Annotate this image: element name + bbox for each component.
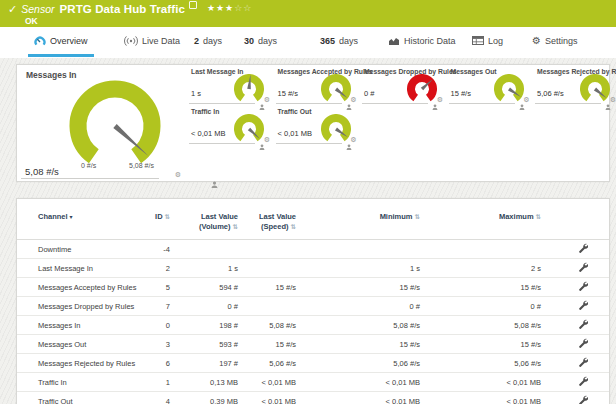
- cell-channel[interactable]: Messages Dropped by Rules: [17, 302, 153, 311]
- gauge-footer-divider: [449, 103, 515, 104]
- channel-settings-wrench-icon[interactable]: [578, 281, 588, 293]
- cell-channel[interactable]: Traffic Out: [17, 397, 153, 404]
- gauge-footer-divider: [189, 143, 255, 144]
- channel-settings-wrench-icon[interactable]: [578, 376, 588, 388]
- gauge-title: Messages Out: [451, 68, 497, 75]
- table-row: Downtime-4: [17, 240, 609, 259]
- priority-stars[interactable]: ★★★☆☆: [207, 3, 252, 13]
- gauge-value: 15 #/s: [451, 89, 471, 98]
- gear-icon[interactable]: ⚙: [350, 137, 356, 144]
- channel-settings-wrench-icon[interactable]: [578, 262, 588, 274]
- cell-tools: [541, 262, 609, 274]
- cell-channel[interactable]: Traffic In: [17, 378, 153, 387]
- table-row: Messages Accepted by Rules5594 #15 #/s15…: [17, 278, 609, 297]
- channel-table-panel: Channel▾ID⇅Last Value(Volume)⇅Last Value…: [16, 198, 610, 404]
- column-header-max[interactable]: Maximum⇅: [420, 212, 541, 221]
- gauge-card-last-message-in[interactable]: Last Message In1 s⚙: [189, 67, 273, 104]
- channel-settings-wrench-icon[interactable]: [578, 319, 588, 331]
- gauge-value: 0 #: [364, 89, 374, 98]
- tab-label: days: [203, 36, 222, 46]
- gear-icon[interactable]: ⚙: [264, 137, 270, 144]
- tab-30-days[interactable]: 30days: [238, 27, 283, 54]
- cell-speed: < 0,01 MB: [238, 378, 296, 387]
- cell-channel[interactable]: Messages Rejected by Rules: [17, 359, 153, 368]
- gauge-card-messages-rejected-by-rules[interactable]: Messages Rejected by Rules5,06 #/s⚙: [535, 67, 616, 104]
- stars-empty[interactable]: ☆☆: [234, 3, 252, 13]
- cell-channel[interactable]: Messages Accepted by Rules: [17, 283, 153, 292]
- stars-filled[interactable]: ★★★: [207, 3, 234, 13]
- gauge-card-messages-out[interactable]: Messages Out15 #/s⚙: [449, 67, 533, 104]
- cell-vol: 0,13 MB: [170, 378, 238, 387]
- cell-id: 7: [153, 302, 170, 311]
- gear-icon[interactable]: ⚙: [175, 172, 181, 179]
- cell-speed: 5,08 #/s: [238, 321, 296, 330]
- column-header-speed[interactable]: Last Value(Speed)⇅: [238, 212, 296, 232]
- gauge-card-traffic-out[interactable]: Traffic Out< 0,01 MB⚙: [276, 107, 360, 144]
- tab-settings[interactable]: ⚙Settings: [526, 27, 584, 54]
- tab-label: Overview: [50, 36, 88, 46]
- tab-log[interactable]: Log: [466, 27, 509, 54]
- cell-max: 2 s: [420, 264, 541, 273]
- cell-min: < 0,01 MB: [296, 378, 420, 387]
- cell-id: 3: [153, 340, 170, 349]
- cell-id: 2: [153, 264, 170, 273]
- cell-max: < 0,01 MB: [420, 397, 541, 404]
- main-gauge-value: 5,08 #/s: [25, 166, 59, 177]
- gauge-value: < 0,01 MB: [191, 129, 225, 138]
- cell-tools: [541, 376, 609, 388]
- main-gauge-card[interactable]: Messages In 0 #/s 5,08 #/s 5,08 #/s ⚙: [17, 65, 187, 181]
- sensor-status-badge: OK: [25, 16, 616, 26]
- cell-tools: [541, 300, 609, 312]
- cell-id: -4: [153, 245, 170, 254]
- gauge-card-traffic-in[interactable]: Traffic In< 0,01 MB⚙: [189, 107, 273, 144]
- cell-channel[interactable]: Messages Out: [17, 340, 153, 349]
- gear-icon[interactable]: ⚙: [264, 97, 270, 104]
- cell-id: 1: [153, 378, 170, 387]
- table-row: Traffic Out40,39 MB< 0,01 MB< 0,01 MB< 0…: [17, 392, 609, 404]
- cell-tools: [541, 395, 609, 404]
- channel-settings-wrench-icon[interactable]: [578, 338, 588, 350]
- tab-label: days: [258, 36, 277, 46]
- cell-min: 5,06 #/s: [296, 359, 420, 368]
- gear-icon[interactable]: ⚙: [523, 97, 529, 104]
- gear-icon[interactable]: ⚙: [350, 97, 356, 104]
- sensor-title: PRTG Data Hub Traffic: [60, 3, 185, 15]
- status-ok-check-icon: ✓: [8, 3, 17, 16]
- channel-settings-wrench-icon[interactable]: [578, 300, 588, 312]
- channel-settings-wrench-icon[interactable]: [578, 395, 588, 404]
- cell-speed: 15 #/s: [238, 283, 296, 292]
- tab-range-number: 2: [194, 36, 199, 46]
- sort-desc-icon: ▾: [70, 213, 73, 220]
- column-header-channel[interactable]: Channel▾: [17, 212, 153, 221]
- channel-table-body: Downtime-4Last Message In21 s1 s2 sMessa…: [17, 240, 609, 404]
- prtg-sensor-overview-page: { "topbar": { "check": "✓", "kind": "Sen…: [0, 0, 616, 404]
- gauge-card-messages-dropped-by-rules[interactable]: Messages Dropped by Rules0 #⚙: [362, 67, 446, 104]
- gauge-footer-icons: ⚙: [350, 137, 358, 144]
- tab-label: Historic Data: [404, 36, 456, 46]
- gauges-panel: Messages In 0 #/s 5,08 #/s 5,08 #/s ⚙ La…: [16, 64, 610, 182]
- tab-bar: OverviewLive Data2days30days365daysHisto…: [0, 27, 616, 58]
- tab-overview[interactable]: Overview: [28, 27, 94, 57]
- cell-vol: 197 #: [170, 359, 238, 368]
- column-header-min[interactable]: Minimum⇅: [296, 212, 420, 221]
- cell-channel[interactable]: Last Message In: [17, 264, 153, 273]
- cell-min: < 0,01 MB: [296, 397, 420, 404]
- column-header-id[interactable]: ID⇅: [153, 212, 170, 221]
- channel-settings-wrench-icon[interactable]: [578, 243, 588, 255]
- cell-channel[interactable]: Messages In: [17, 321, 153, 330]
- tab-historic-data[interactable]: Historic Data: [382, 27, 462, 54]
- cell-channel[interactable]: Downtime: [17, 245, 153, 254]
- column-header-vol[interactable]: Last Value(Volume)⇅: [170, 212, 238, 232]
- tab-365-days[interactable]: 365days: [314, 27, 364, 54]
- gauge-card-messages-accepted-by-rules[interactable]: Messages Accepted by Rules15 #/s⚙: [276, 67, 360, 104]
- tab-range-number: 365: [320, 36, 335, 46]
- gear-icon[interactable]: ⚙: [610, 97, 616, 104]
- sort-toggle-icon: ⇅: [291, 223, 296, 231]
- column-header-label: Maximum: [499, 212, 534, 221]
- tab-2-days[interactable]: 2days: [188, 27, 228, 54]
- tab-live-data[interactable]: Live Data: [118, 27, 186, 54]
- gear-icon[interactable]: ⚙: [437, 97, 443, 104]
- table-row: Messages Dropped by Rules70 #0 #0 #: [17, 297, 609, 316]
- gauge-footer-divider: [276, 143, 342, 144]
- channel-settings-wrench-icon[interactable]: [578, 357, 588, 369]
